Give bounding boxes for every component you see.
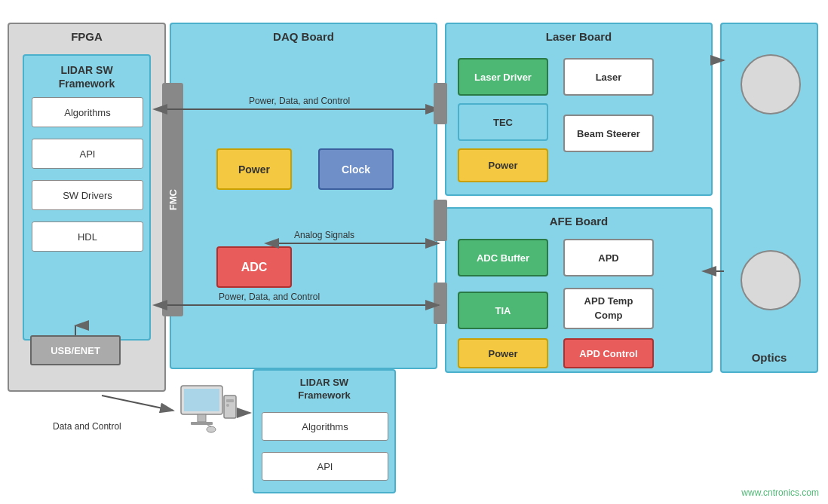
optics-circle-bottom xyxy=(741,250,801,310)
svg-point-7 xyxy=(207,426,216,432)
fpga-sw-drivers-box: SW Drivers xyxy=(32,180,143,210)
svg-line-8 xyxy=(207,425,211,426)
afe-section: AFE Board ADC Buffer TIA APD APD TempCom… xyxy=(445,207,713,373)
svg-rect-4 xyxy=(224,396,236,418)
fmc-label: FMC xyxy=(167,189,179,210)
tia-box: TIA xyxy=(458,292,548,329)
usb-enet-box: USB/ENET xyxy=(30,335,121,365)
fpga-hdl-box: HDL xyxy=(32,221,143,252)
tec-box: TEC xyxy=(458,103,548,141)
lidar-sw-bottom-label: LIDAR SW Framework xyxy=(298,377,350,402)
svg-line-25 xyxy=(102,396,173,411)
daq-section: DAQ Board Power Clock ADC xyxy=(170,23,437,369)
laser-box: Laser xyxy=(563,58,654,96)
lidar-sw-fpga-label: LIDAR SW Framework xyxy=(59,63,115,90)
laser-power-box: Power xyxy=(458,148,548,182)
apd-box: APD xyxy=(563,239,654,276)
beam-steerer-box: Beam Steerer xyxy=(563,115,654,152)
laser-driver-box: Laser Driver xyxy=(458,58,548,96)
daq-clock-box: Clock xyxy=(318,148,394,190)
laser-label: Laser Board xyxy=(546,30,612,43)
lidar-sw-fpga: LIDAR SW Framework Algorithms API SW Dri… xyxy=(23,54,151,341)
fpga-api-box: API xyxy=(32,139,143,169)
afe-label: AFE Board xyxy=(550,215,609,228)
adc-buffer-box: ADC Buffer xyxy=(458,239,548,276)
apd-temp-comp-box: APD TempComp xyxy=(563,288,654,329)
lidar-sw-bottom: LIDAR SW Framework Algorithms API xyxy=(253,369,396,493)
fmc-connector: FMC xyxy=(162,83,183,316)
svg-rect-2 xyxy=(198,414,206,422)
bottom-api-box: API xyxy=(262,452,388,481)
svg-point-6 xyxy=(226,404,229,407)
computer-icon xyxy=(177,384,238,437)
optics-label: Optics xyxy=(752,351,787,364)
daq-power-box: Power xyxy=(216,148,292,190)
svg-rect-1 xyxy=(184,389,219,411)
afe-power-box: Power xyxy=(458,338,548,368)
apd-control-box: APD Control xyxy=(563,338,654,368)
fpga-label: FPGA xyxy=(71,30,103,43)
optics-circle-top xyxy=(741,54,801,115)
svg-text:Data and Control: Data and Control xyxy=(53,421,121,432)
daq-adc-box: ADC xyxy=(216,246,292,288)
laser-section: Laser Board Laser Driver TEC Power Laser… xyxy=(445,23,713,196)
svg-rect-5 xyxy=(226,399,234,402)
bottom-algorithms-box: Algorithms xyxy=(262,412,388,441)
svg-rect-3 xyxy=(191,422,213,425)
website-label: www.cntronics.com xyxy=(741,487,819,498)
fpga-algorithms-box: Algorithms xyxy=(32,97,143,127)
optics-section: Optics xyxy=(720,23,818,373)
diagram-container: FPGA LIDAR SW Framework Algorithms API S… xyxy=(0,0,828,504)
daq-label: DAQ Board xyxy=(273,30,334,43)
